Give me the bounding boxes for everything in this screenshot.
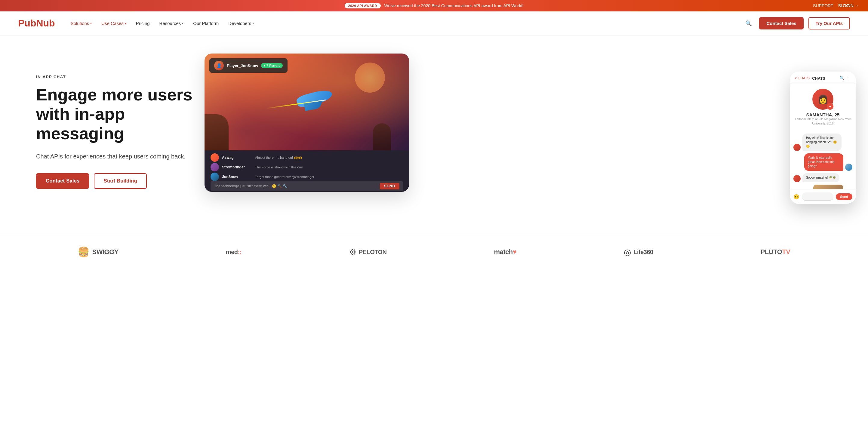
support-link[interactable]: SUPPORT	[813, 3, 833, 8]
list-item: Soooo amazing! 🌴🌴	[794, 173, 852, 182]
top-banner: 2020 API AWARD We've received the 2020 B…	[0, 0, 868, 11]
profile-avatar-wrap: 👩 ♥	[812, 89, 833, 110]
mobile-header-icons: 🔍 ⋮	[839, 76, 851, 81]
player-count: ● 7 Players	[261, 63, 283, 68]
logo-med: med::	[226, 249, 242, 256]
player-avatar: 👤	[214, 61, 224, 70]
hero-section: IN-APP CHAT Engage more users with in-ap…	[0, 35, 868, 234]
planet-graphic	[355, 63, 385, 93]
nav-item-usecases[interactable]: Use Cases ▾	[98, 18, 130, 28]
table-row: Aswag Almost there...... hang on! 🙌🙌	[211, 153, 403, 162]
chevron-down-icon: ▾	[182, 22, 183, 25]
chat-input-placeholder: The technology just isn't there yet... 😐…	[214, 184, 377, 188]
logo-peloton-text: PELOTON	[359, 249, 387, 256]
emoji-icon[interactable]: 🙂	[794, 194, 799, 200]
mobile-chat-title: CHATS	[812, 76, 837, 81]
avatar	[794, 144, 801, 151]
table-row: JonSnow Target those generators! @Stromb…	[211, 173, 403, 181]
chat-message-2: The Force is strong with this one	[255, 165, 303, 169]
award-badge: 2020 API AWARD	[345, 3, 381, 8]
site-logo[interactable]: PubNub	[18, 18, 55, 29]
contact-sales-nav-button[interactable]: Contact Sales	[759, 17, 803, 29]
chat-username-1: Aswag	[222, 155, 252, 160]
mobile-mockup: < CHATS CHATS 🔍 ⋮ 👩 ♥ SAMANTHA, 25 Edito…	[790, 71, 856, 204]
peloton-icon: ⚙	[349, 247, 356, 257]
game-screen: 👤 Player_JonSnow ● 7 Players	[205, 54, 409, 150]
nav-links: Solutions ▾ Use Cases ▾ Pricing Resource…	[67, 18, 743, 28]
player-tag: 👤 Player_JonSnow ● 7 Players	[209, 58, 287, 73]
swiggy-icon: 🍔	[78, 246, 90, 258]
avatar	[794, 175, 801, 182]
game-chat-area: Aswag Almost there...... hang on! 🙌🙌 Str…	[205, 150, 409, 192]
profile-subtitle: Editorial Intern at Elle Magazine New Yo…	[795, 117, 851, 126]
list-item: Yeah, it was really great. How's the tri…	[794, 153, 852, 171]
mobile-header: < CHATS CHATS 🔍 ⋮	[790, 71, 856, 84]
blog-link[interactable]: BLOG	[838, 3, 850, 8]
chat-bubble-right-1: Yeah, it was really great. How's the tri…	[804, 153, 843, 171]
avatar	[211, 153, 219, 162]
logo-match-text: match♥	[494, 248, 517, 256]
nav-item-platform[interactable]: Our Platform	[189, 18, 222, 28]
list-item: Hey Alex! Thanks for hanging out on Sat!…	[794, 133, 852, 151]
nav-item-pricing[interactable]: Pricing	[132, 18, 153, 28]
match-profile: 👩 ♥ SAMANTHA, 25 Editorial Intern at Ell…	[790, 84, 856, 130]
mobile-send-button[interactable]: Send	[836, 193, 852, 200]
hero-title: Engage more users with in-app messaging	[36, 85, 192, 143]
life360-icon: ◎	[624, 247, 631, 257]
banner-message: We've received the 2020 Best Communicati…	[384, 3, 524, 8]
navbar: PubNub Solutions ▾ Use Cases ▾ Pricing R…	[0, 11, 868, 35]
mobile-back-button[interactable]: < CHATS	[795, 76, 810, 80]
chevron-down-icon: ▾	[90, 22, 92, 25]
logo-pluto: PLUTOTV	[761, 248, 790, 256]
hero-visual: 👤 Player_JonSnow ● 7 Players	[205, 54, 844, 210]
terrain-left	[205, 114, 228, 150]
nav-item-solutions[interactable]: Solutions ▾	[67, 18, 96, 28]
logo-life360: ◎ Life360	[624, 247, 653, 257]
mobile-chat-footer: 🙂 Send	[790, 189, 856, 204]
chat-bubble-left-1: Hey Alex! Thanks for hanging out on Sat!…	[802, 133, 841, 151]
profile-name: SAMANTHA, 25	[795, 112, 851, 117]
avatar	[211, 163, 219, 172]
nav-item-resources[interactable]: Resources ▾	[156, 18, 187, 28]
hero-buttons: Contact Sales Start Building	[36, 173, 192, 189]
player-name: Player_JonSnow	[227, 63, 258, 68]
hero-section-label: IN-APP CHAT	[36, 74, 192, 79]
logo-med-text: med::	[226, 249, 242, 256]
search-button[interactable]: 🔍	[743, 18, 754, 29]
banner-links: BLOG SUPPORT LOGIN →	[813, 3, 859, 8]
try-apis-nav-button[interactable]: Try Our APIs	[808, 17, 850, 29]
more-icon[interactable]: ⋮	[847, 76, 851, 81]
heart-icon: ♥	[827, 103, 833, 110]
search-icon: 🔍	[745, 21, 752, 27]
terrain-right	[373, 123, 391, 150]
hero-subtitle: Chat APIs for experiences that keep user…	[36, 152, 192, 161]
logo-match: match♥	[494, 248, 517, 256]
avatar	[845, 163, 852, 171]
search-icon[interactable]: 🔍	[839, 76, 844, 81]
chat-messages: Aswag Almost there...... hang on! 🙌🙌 Str…	[211, 153, 403, 181]
chat-username-3: JonSnow	[222, 175, 252, 179]
logo-pluto-text: PLUTOTV	[761, 248, 790, 256]
mobile-chat-input[interactable]	[802, 192, 833, 201]
chat-message-3: Target those generators! @Strombringer	[255, 175, 314, 179]
nav-right: 🔍 Contact Sales Try Our APIs	[743, 17, 850, 29]
chevron-down-icon: ▾	[125, 22, 126, 25]
game-send-button[interactable]: SEND	[380, 183, 399, 189]
table-row: Strombringer The Force is strong with th…	[211, 163, 403, 172]
chat-message-1: Almost there...... hang on! 🙌🙌	[255, 156, 302, 160]
chat-username-2: Strombringer	[222, 165, 252, 169]
chevron-down-icon: ▾	[252, 22, 254, 25]
chat-input-bar: The technology just isn't there yet... 😐…	[211, 181, 403, 191]
hero-contact-sales-button[interactable]: Contact Sales	[36, 173, 89, 189]
avatar	[211, 173, 219, 181]
hero-start-building-button[interactable]: Start Building	[94, 173, 147, 189]
chat-bubble-left-2: Soooo amazing! 🌴🌴	[802, 173, 839, 182]
hero-content: IN-APP CHAT Engage more users with in-ap…	[36, 74, 192, 189]
logos-bar: 🍔 SWIGGY med:: ⚙ PELOTON match♥ ◎ Life36…	[0, 234, 868, 270]
tablet-mockup: 👤 Player_JonSnow ● 7 Players	[205, 54, 409, 192]
logo-life360-text: Life360	[633, 249, 653, 256]
nav-item-developers[interactable]: Developers ▾	[225, 18, 257, 28]
logo-swiggy-text: SWIGGY	[92, 248, 118, 256]
logo-swiggy: 🍔 SWIGGY	[78, 246, 118, 258]
logo-peloton: ⚙ PELOTON	[349, 247, 387, 257]
